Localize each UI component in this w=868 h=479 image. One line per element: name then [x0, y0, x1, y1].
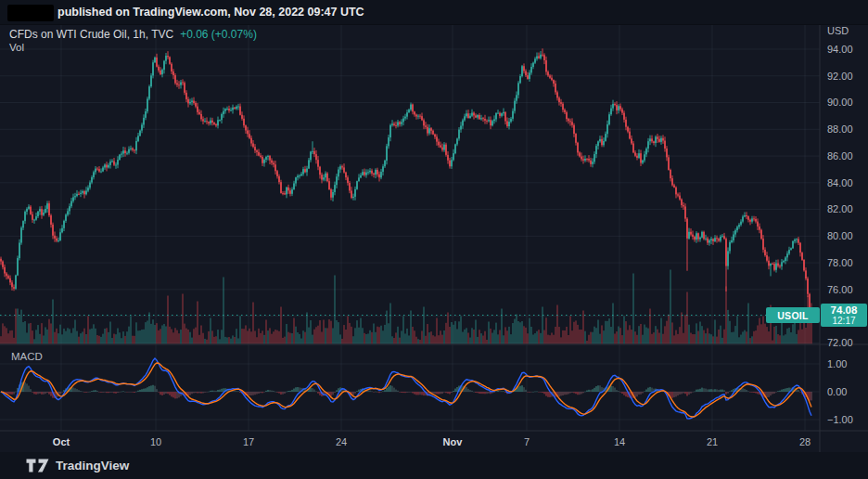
price-tick-label: 88.00: [827, 123, 853, 135]
time-tick-label: 28: [799, 436, 811, 447]
price-tick-label: 76.00: [827, 284, 853, 295]
time-tick-label: 17: [243, 436, 254, 447]
price-tick-label: 94.00: [827, 44, 853, 55]
price-tick-label: 82.00: [827, 203, 853, 214]
currency-label: USD: [827, 25, 849, 36]
publish-text: published on TradingView.com, Nov 28, 20…: [57, 0, 364, 24]
volume-indicator-label[interactable]: Vol: [9, 42, 24, 53]
time-tick-label: 21: [707, 436, 718, 447]
time-tick-label: 14: [614, 436, 625, 447]
tradingview-brand-text: TradingView: [56, 459, 129, 473]
price-tick-label: 92.00: [827, 71, 853, 82]
macd-indicator-label[interactable]: MACD: [11, 351, 43, 362]
chart-canvas[interactable]: USD94.0092.0090.0088.0086.0084.0082.0080…: [0, 0, 868, 479]
last-price-badge: 74.08 12:17: [821, 304, 867, 327]
bar-countdown: 12:17: [821, 317, 867, 326]
time-tick-label: 10: [150, 436, 161, 447]
price-tick-label: 80.00: [827, 230, 853, 241]
price-tick-label: 78.00: [827, 257, 853, 268]
macd-tick-label: −1.00: [827, 414, 853, 425]
price-tick-label: 72.00: [827, 337, 853, 348]
price-change: +0.06 (+0.07%): [180, 28, 257, 41]
publish-bar: published on TradingView.com, Nov 28, 20…: [0, 0, 868, 25]
footer-bar: TradingView: [0, 452, 868, 479]
time-tick-label: 7: [524, 436, 530, 447]
price-tick-label: 84.00: [827, 177, 853, 188]
redacted-username: [7, 5, 54, 21]
time-tick-label: Oct: [53, 436, 70, 447]
price-tick-label: 90.00: [827, 97, 853, 108]
symbol-price-tag: USOIL: [766, 307, 820, 323]
price-tick-label: 86.00: [827, 150, 853, 162]
tradingview-screenshot: published on TradingView.com, Nov 28, 20…: [0, 0, 868, 479]
symbol-title: CFDs on WTI Crude Oil, 1h, TVC: [9, 28, 173, 41]
time-tick-label: Nov: [443, 436, 464, 447]
time-tick-label: 24: [336, 436, 347, 447]
macd-tick-label: 0.00: [827, 386, 847, 397]
macd-tick-label: 1.00: [827, 358, 847, 369]
tradingview-logo-icon: [26, 459, 49, 473]
symbol-legend[interactable]: CFDs on WTI Crude Oil, 1h, TVC+0.06 (+0.…: [9, 28, 257, 41]
